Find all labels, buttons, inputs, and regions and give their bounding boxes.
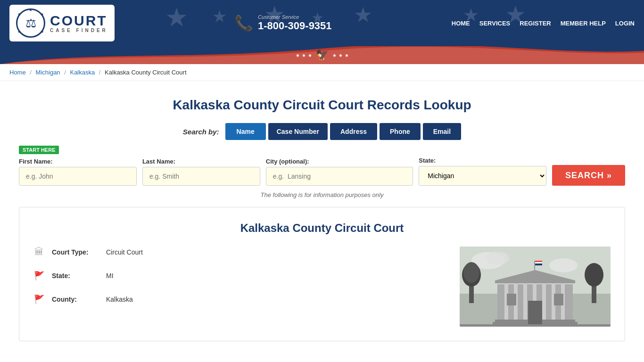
first-name-label: First Name: [19, 158, 137, 165]
svg-rect-15 [542, 282, 546, 320]
state-icon: 🚩 [33, 271, 45, 281]
svg-rect-27 [535, 262, 542, 263]
eagle-icon: 🦅 [316, 49, 329, 61]
breadcrumb-kalkaska[interactable]: Kalkaska [70, 69, 95, 76]
right-stars: ★ ★ ★ [332, 53, 349, 58]
logo[interactable]: ★ ★ ★ ★ ★ ⚖ COURT CASE FINDER [9, 5, 115, 41]
last-name-label: Last Name: [142, 158, 260, 165]
customer-service-text: Customer Service 1-800-309-9351 [258, 14, 332, 32]
city-label: City (optional): [266, 158, 413, 165]
tab-phone[interactable]: Phone [380, 123, 421, 140]
court-card-body: 🏛 Court Type: Circuit Court 🚩 State: MI … [33, 247, 611, 327]
svg-rect-13 [523, 282, 527, 320]
court-image [460, 247, 611, 327]
info-note: The following is for information purpose… [19, 191, 625, 198]
main-content: Kalkaska County Circuit Court Records Lo… [0, 81, 644, 351]
search-by-label: Search by: [183, 128, 219, 136]
detail-row-county: 🚩 County: Kalkaska [33, 294, 446, 304]
breadcrumb: Home / Michigan / Kalkaska / Kalkaska Co… [0, 64, 644, 81]
start-here-badge: START HERE [19, 146, 625, 154]
detail-row-state: 🚩 State: MI [33, 271, 446, 281]
tab-email[interactable]: Email [423, 123, 461, 140]
breadcrumb-home[interactable]: Home [9, 69, 26, 76]
breadcrumb-sep-2: / [64, 69, 66, 76]
state-label: State: [419, 157, 546, 164]
first-name-field: First Name: [19, 158, 137, 186]
nav-home[interactable]: HOME [452, 20, 470, 27]
svg-point-9 [585, 263, 603, 287]
logo-finder-text: CASE FINDER [50, 28, 108, 33]
svg-rect-28 [535, 263, 542, 265]
breadcrumb-michigan[interactable]: Michigan [36, 69, 60, 76]
state-label-detail: State: [52, 272, 99, 280]
site-header: ★ ★ ★ ★ ★ ★ ★ ★ ★ ★ ★ ★ ⚖ COURT CASE FIN… [0, 0, 644, 46]
phone-icon: 📞 [234, 14, 253, 32]
search-form: First Name: Last Name: City (optional): … [19, 157, 625, 186]
search-by-row: Search by: Name Case Number Address Phon… [19, 123, 625, 140]
state-select[interactable]: Michigan Alabama Alaska Arizona Californ… [419, 166, 546, 186]
logo-star-tl: ★ [17, 12, 21, 16]
logo-court-text: COURT [50, 14, 108, 28]
customer-service-phone[interactable]: 1-800-309-9351 [258, 20, 332, 32]
search-button[interactable]: SEARCH » [552, 165, 625, 186]
svg-rect-25 [534, 261, 535, 271]
breadcrumb-sep-1: / [30, 69, 32, 76]
svg-rect-29 [460, 324, 611, 327]
tab-name[interactable]: Name [225, 123, 266, 140]
eagle-badge: ★ ★ ★ 🦅 ★ ★ ★ [296, 49, 349, 61]
court-image-svg [460, 247, 611, 327]
detail-row-court-type: 🏛 Court Type: Circuit Court [33, 247, 446, 257]
customer-service: 📞 Customer Service 1-800-309-9351 [234, 14, 332, 32]
svg-point-7 [463, 262, 479, 283]
nav-login[interactable]: LOGIN [615, 20, 635, 27]
court-type-label: Court Type: [52, 248, 99, 256]
main-nav: HOME SERVICES REGISTER MEMBER HELP LOGIN [452, 20, 635, 27]
left-stars: ★ ★ ★ [296, 53, 312, 58]
start-here-text: START HERE [19, 146, 59, 154]
court-type-icon: 🏛 [33, 247, 45, 257]
breadcrumb-current: Kalkaska County Circuit Court [105, 69, 186, 76]
logo-star-top: ★ [29, 8, 33, 12]
logo-scale-icon: ⚖ [25, 16, 36, 31]
court-type-value: Circuit Court [106, 248, 143, 256]
logo-star-tr: ★ [41, 12, 44, 16]
court-card: Kalkaska County Circuit Court 🏛 Court Ty… [19, 207, 625, 341]
svg-point-4 [549, 258, 578, 272]
nav-member-help[interactable]: MEMBER HELP [561, 20, 606, 27]
logo-star-br: ★ [41, 30, 44, 34]
customer-service-label: Customer Service [258, 14, 332, 20]
tab-case-number[interactable]: Case Number [268, 123, 328, 140]
first-name-input[interactable] [19, 167, 137, 186]
state-value-detail: MI [106, 272, 114, 280]
nav-services[interactable]: SERVICES [479, 20, 511, 27]
svg-rect-23 [507, 294, 516, 305]
county-value: Kalkaska [106, 296, 133, 303]
last-name-input[interactable] [142, 167, 260, 186]
last-name-field: Last Name: [142, 158, 260, 186]
nav-register[interactable]: REGISTER [520, 20, 551, 27]
logo-emblem: ★ ★ ★ ★ ★ ⚖ [16, 8, 45, 38]
court-card-title: Kalkaska County Circuit Court [33, 222, 611, 235]
svg-rect-24 [554, 294, 563, 305]
state-field: State: Michigan Alabama Alaska Arizona C… [419, 157, 546, 186]
svg-rect-22 [528, 301, 542, 327]
svg-point-3 [486, 252, 509, 265]
court-details: 🏛 Court Type: Circuit Court 🚩 State: MI … [33, 247, 446, 309]
logo-text: COURT CASE FINDER [50, 14, 108, 33]
county-label: County: [52, 296, 99, 303]
ribbon-area: ★ ★ ★ 🦅 ★ ★ ★ [0, 46, 644, 64]
logo-star-bl: ★ [17, 30, 21, 34]
city-input[interactable] [266, 167, 413, 186]
county-icon: 🚩 [33, 294, 45, 304]
city-field: City (optional): [266, 158, 413, 186]
tab-address[interactable]: Address [330, 123, 377, 140]
breadcrumb-sep-3: / [99, 69, 101, 76]
page-title: Kalkaska County Circuit Court Records Lo… [19, 98, 625, 113]
